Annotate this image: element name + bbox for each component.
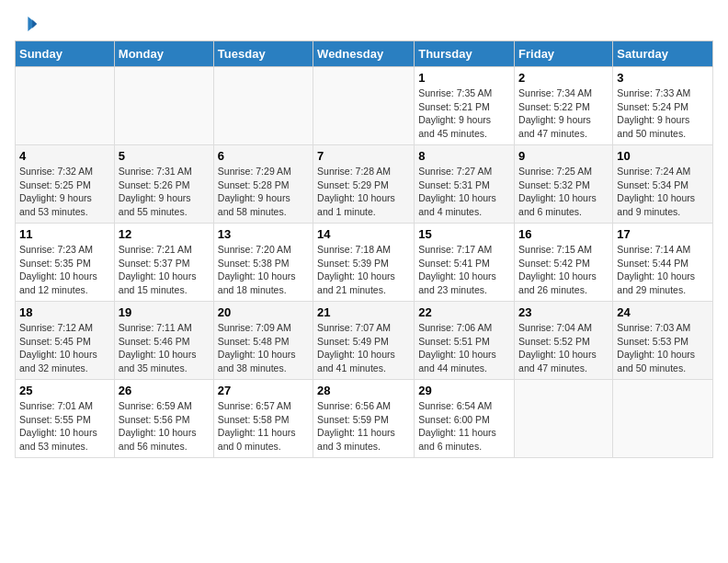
calendar-table: SundayMondayTuesdayWednesdayThursdayFrid…: [15, 40, 713, 458]
calendar-cell: 12Sunrise: 7:21 AM Sunset: 5:37 PM Dayli…: [114, 224, 213, 302]
day-info: Sunrise: 7:04 AM Sunset: 5:52 PM Dayligh…: [518, 321, 609, 375]
calendar-cell: 4Sunrise: 7:32 AM Sunset: 5:25 PM Daylig…: [16, 145, 115, 224]
calendar-cell: 27Sunrise: 6:57 AM Sunset: 5:58 PM Dayli…: [213, 380, 313, 458]
day-info: Sunrise: 7:31 AM Sunset: 5:26 PM Dayligh…: [119, 165, 210, 219]
calendar-cell: 14Sunrise: 7:18 AM Sunset: 5:39 PM Dayli…: [313, 224, 415, 302]
day-info: Sunrise: 7:27 AM Sunset: 5:31 PM Dayligh…: [418, 165, 510, 219]
calendar-cell: [515, 380, 613, 458]
weekday-header-monday: Monday: [114, 41, 213, 67]
calendar-cell: 9Sunrise: 7:25 AM Sunset: 5:32 PM Daylig…: [515, 145, 613, 224]
day-number: 11: [19, 227, 110, 241]
day-info: Sunrise: 7:01 AM Sunset: 5:55 PM Dayligh…: [19, 399, 110, 454]
day-number: 27: [218, 384, 309, 397]
day-info: Sunrise: 7:09 AM Sunset: 5:48 PM Dayligh…: [218, 321, 309, 375]
day-info: Sunrise: 7:24 AM Sunset: 5:34 PM Dayligh…: [617, 165, 709, 219]
day-info: Sunrise: 7:12 AM Sunset: 5:45 PM Dayligh…: [19, 321, 110, 375]
calendar-cell: 24Sunrise: 7:03 AM Sunset: 5:53 PM Dayli…: [613, 302, 713, 380]
calendar-cell: [213, 67, 313, 145]
day-info: Sunrise: 7:11 AM Sunset: 5:46 PM Dayligh…: [119, 321, 210, 375]
day-info: Sunrise: 7:18 AM Sunset: 5:39 PM Dayligh…: [317, 243, 410, 297]
calendar-cell: 13Sunrise: 7:20 AM Sunset: 5:38 PM Dayli…: [213, 224, 313, 302]
day-number: 9: [518, 149, 609, 163]
day-info: Sunrise: 7:20 AM Sunset: 5:38 PM Dayligh…: [218, 243, 309, 297]
day-info: Sunrise: 7:15 AM Sunset: 5:42 PM Dayligh…: [518, 243, 609, 297]
day-info: Sunrise: 7:25 AM Sunset: 5:32 PM Dayligh…: [518, 165, 609, 219]
calendar-cell: 6Sunrise: 7:29 AM Sunset: 5:28 PM Daylig…: [213, 145, 313, 224]
header: [15, 15, 713, 33]
logo: [15, 15, 37, 33]
day-number: 23: [518, 305, 609, 319]
day-info: Sunrise: 7:32 AM Sunset: 5:25 PM Dayligh…: [19, 165, 110, 219]
svg-marker-1: [32, 19, 37, 29]
calendar-cell: 26Sunrise: 6:59 AM Sunset: 5:56 PM Dayli…: [114, 380, 213, 458]
day-number: 12: [119, 227, 210, 241]
calendar-cell: 15Sunrise: 7:17 AM Sunset: 5:41 PM Dayli…: [415, 224, 515, 302]
day-info: Sunrise: 6:54 AM Sunset: 6:00 PM Dayligh…: [418, 399, 510, 454]
calendar-cell: 19Sunrise: 7:11 AM Sunset: 5:46 PM Dayli…: [114, 302, 213, 380]
calendar-week-row: 11Sunrise: 7:23 AM Sunset: 5:35 PM Dayli…: [16, 224, 713, 302]
day-info: Sunrise: 7:14 AM Sunset: 5:44 PM Dayligh…: [617, 243, 709, 297]
calendar-cell: [114, 67, 213, 145]
calendar-cell: 11Sunrise: 7:23 AM Sunset: 5:35 PM Dayli…: [16, 224, 115, 302]
weekday-header-friday: Friday: [515, 41, 613, 67]
day-number: 4: [19, 149, 110, 163]
day-number: 13: [218, 227, 309, 241]
calendar-cell: 10Sunrise: 7:24 AM Sunset: 5:34 PM Dayli…: [613, 145, 713, 224]
calendar-cell: 21Sunrise: 7:07 AM Sunset: 5:49 PM Dayli…: [313, 302, 415, 380]
day-number: 14: [317, 227, 410, 241]
calendar-cell: 8Sunrise: 7:27 AM Sunset: 5:31 PM Daylig…: [415, 145, 515, 224]
calendar-week-row: 25Sunrise: 7:01 AM Sunset: 5:55 PM Dayli…: [16, 380, 713, 458]
day-info: Sunrise: 7:21 AM Sunset: 5:37 PM Dayligh…: [119, 243, 210, 297]
calendar-week-row: 4Sunrise: 7:32 AM Sunset: 5:25 PM Daylig…: [16, 145, 713, 224]
day-number: 24: [617, 305, 709, 319]
day-number: 19: [119, 305, 210, 319]
day-number: 10: [617, 149, 709, 163]
day-info: Sunrise: 7:33 AM Sunset: 5:24 PM Dayligh…: [617, 86, 709, 141]
day-info: Sunrise: 7:07 AM Sunset: 5:49 PM Dayligh…: [317, 321, 410, 375]
weekday-header-wednesday: Wednesday: [313, 41, 415, 67]
weekday-header-saturday: Saturday: [613, 41, 713, 67]
day-info: Sunrise: 7:29 AM Sunset: 5:28 PM Dayligh…: [218, 165, 309, 219]
day-number: 26: [119, 384, 210, 397]
day-info: Sunrise: 7:03 AM Sunset: 5:53 PM Dayligh…: [617, 321, 709, 375]
calendar-cell: 17Sunrise: 7:14 AM Sunset: 5:44 PM Dayli…: [613, 224, 713, 302]
day-number: 8: [418, 149, 510, 163]
day-number: 22: [418, 305, 510, 319]
day-number: 21: [317, 305, 410, 319]
day-number: 18: [19, 305, 110, 319]
weekday-header-sunday: Sunday: [16, 41, 115, 67]
day-info: Sunrise: 7:34 AM Sunset: 5:22 PM Dayligh…: [518, 86, 609, 141]
calendar-cell: 20Sunrise: 7:09 AM Sunset: 5:48 PM Dayli…: [213, 302, 313, 380]
day-number: 3: [617, 71, 709, 85]
day-info: Sunrise: 7:28 AM Sunset: 5:29 PM Dayligh…: [317, 165, 410, 219]
weekday-header-thursday: Thursday: [415, 41, 515, 67]
calendar-cell: [613, 380, 713, 458]
day-number: 2: [518, 71, 609, 85]
calendar-week-row: 1Sunrise: 7:35 AM Sunset: 5:21 PM Daylig…: [16, 67, 713, 145]
day-info: Sunrise: 7:35 AM Sunset: 5:21 PM Dayligh…: [418, 86, 510, 141]
day-info: Sunrise: 7:06 AM Sunset: 5:51 PM Dayligh…: [418, 321, 510, 375]
day-info: Sunrise: 7:17 AM Sunset: 5:41 PM Dayligh…: [418, 243, 510, 297]
calendar-cell: 29Sunrise: 6:54 AM Sunset: 6:00 PM Dayli…: [415, 380, 515, 458]
day-number: 29: [418, 384, 510, 397]
day-info: Sunrise: 6:56 AM Sunset: 5:59 PM Dayligh…: [317, 399, 410, 454]
calendar-cell: 16Sunrise: 7:15 AM Sunset: 5:42 PM Dayli…: [515, 224, 613, 302]
calendar-cell: [16, 67, 115, 145]
calendar-cell: 22Sunrise: 7:06 AM Sunset: 5:51 PM Dayli…: [415, 302, 515, 380]
calendar-cell: 18Sunrise: 7:12 AM Sunset: 5:45 PM Dayli…: [16, 302, 115, 380]
calendar-cell: 7Sunrise: 7:28 AM Sunset: 5:29 PM Daylig…: [313, 145, 415, 224]
day-number: 25: [19, 384, 110, 397]
day-number: 20: [218, 305, 309, 319]
day-info: Sunrise: 6:59 AM Sunset: 5:56 PM Dayligh…: [119, 399, 210, 454]
calendar-cell: 3Sunrise: 7:33 AM Sunset: 5:24 PM Daylig…: [613, 67, 713, 145]
calendar-cell: 28Sunrise: 6:56 AM Sunset: 5:59 PM Dayli…: [313, 380, 415, 458]
day-number: 5: [119, 149, 210, 163]
day-info: Sunrise: 7:23 AM Sunset: 5:35 PM Dayligh…: [19, 243, 110, 297]
logo-icon: [15, 15, 37, 33]
calendar-cell: 2Sunrise: 7:34 AM Sunset: 5:22 PM Daylig…: [515, 67, 613, 145]
calendar-cell: [313, 67, 415, 145]
day-number: 1: [418, 71, 510, 85]
weekday-header-row: SundayMondayTuesdayWednesdayThursdayFrid…: [16, 41, 713, 67]
day-number: 28: [317, 384, 410, 397]
day-number: 15: [418, 227, 510, 241]
